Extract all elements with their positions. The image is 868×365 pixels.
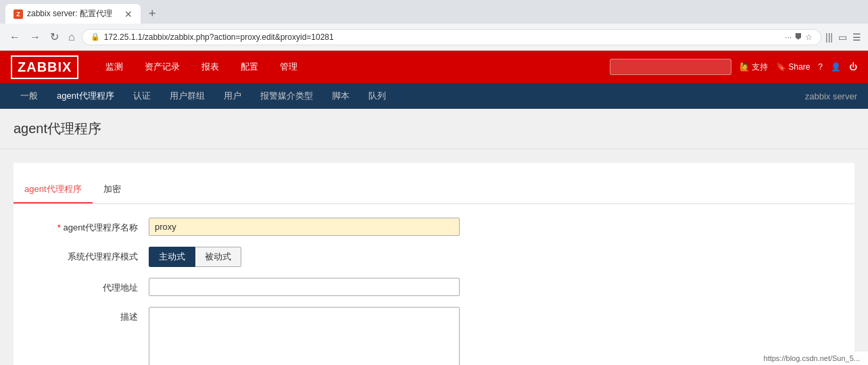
options-icon[interactable]: ···	[785, 32, 792, 42]
footer-url: https://blog.csdn.net/Sun_5...	[756, 351, 868, 365]
tab-encryption[interactable]: 加密	[93, 176, 132, 203]
proxy-address-label: 代理地址	[27, 278, 149, 294]
new-tab-button[interactable]: +	[143, 4, 162, 24]
mode-buttons: 主动式 被动式	[149, 247, 460, 267]
back-button[interactable]: ←	[7, 28, 23, 46]
address-actions: ··· ⛊ ☆	[785, 32, 813, 42]
mode-passive-button[interactable]: 被动式	[195, 247, 241, 267]
nav-item-reports[interactable]: 报表	[191, 51, 230, 82]
browser-tab[interactable]: Z zabbix server: 配置代理 ✕	[5, 4, 141, 24]
sub-nav: 一般 agent代理程序 认证 用户群组 用户 报警媒介类型 脚本 队列 zab…	[0, 83, 868, 109]
description-control	[149, 307, 460, 365]
proxy-name-label: agent代理程序名称	[27, 218, 149, 234]
address-text: 172.25.1.1/zabbix/zabbix.php?action=prox…	[104, 32, 779, 42]
support-link[interactable]: 🙋 支持	[740, 62, 768, 73]
share-link[interactable]: 🔖 Share	[776, 62, 810, 72]
proxy-address-input[interactable]	[149, 278, 460, 296]
header-right: 🙋 支持 🔖 Share ? 👤 ⏻	[610, 59, 857, 75]
proxy-mode-control: 主动式 被动式	[149, 247, 460, 267]
sidebar-icon[interactable]: ▭	[838, 32, 847, 43]
user-icon[interactable]: 👤	[831, 62, 841, 72]
page-title: agent代理程序	[0, 109, 868, 149]
nav-item-monitor[interactable]: 监测	[95, 51, 134, 82]
home-button[interactable]: ⌂	[66, 28, 78, 46]
pocket-icon[interactable]: ⛊	[794, 32, 802, 42]
sub-nav-users[interactable]: 用户	[214, 83, 251, 109]
sub-nav-agent[interactable]: agent代理程序	[47, 83, 124, 109]
sub-nav-general[interactable]: 一般	[11, 83, 47, 109]
mode-active-button[interactable]: 主动式	[149, 247, 195, 267]
proxy-address-row: 代理地址	[14, 278, 854, 296]
proxy-name-row: agent代理程序名称	[14, 218, 854, 236]
tab-title: zabbix server: 配置代理	[27, 8, 119, 20]
forward-button[interactable]: →	[27, 28, 43, 46]
tab-agent[interactable]: agent代理程序	[14, 176, 93, 203]
sub-nav-server-label: zabbix server	[805, 84, 857, 108]
description-row: 描述	[14, 307, 854, 365]
description-textarea[interactable]	[149, 307, 460, 365]
address-bar[interactable]: 🔒 172.25.1.1/zabbix/zabbix.php?action=pr…	[82, 29, 821, 45]
sub-nav-auth[interactable]: 认证	[124, 83, 160, 109]
form-container: agent代理程序 加密 agent代理程序名称 系统代理程序模式 主动式 被动…	[14, 163, 854, 365]
tab-favicon: Z	[14, 9, 23, 19]
bookmarks-icon[interactable]: |||	[825, 32, 833, 43]
app-logo: ZABBIX	[11, 55, 78, 79]
logout-icon[interactable]: ⏻	[849, 62, 857, 72]
menu-icon[interactable]: ☰	[852, 32, 861, 43]
proxy-name-control	[149, 218, 460, 236]
main-nav: 监测 资产记录 报表 配置 管理	[95, 51, 308, 82]
proxy-name-input[interactable]	[149, 218, 460, 236]
search-input[interactable]	[610, 59, 731, 75]
browser-actions: ||| ▭ ☰	[825, 32, 861, 43]
tab-close-button[interactable]: ✕	[124, 9, 132, 20]
nav-item-config[interactable]: 配置	[230, 51, 269, 82]
content-area: agent代理程序 加密 agent代理程序名称 系统代理程序模式 主动式 被动…	[0, 149, 868, 365]
header-actions: 🙋 支持 🔖 Share ? 👤 ⏻	[740, 62, 857, 73]
sub-nav-scripts[interactable]: 脚本	[322, 83, 359, 109]
description-label: 描述	[27, 307, 149, 323]
sub-nav-usergroups[interactable]: 用户群组	[160, 83, 214, 109]
sub-nav-left: 一般 agent代理程序 认证 用户群组 用户 报警媒介类型 脚本 队列	[11, 83, 395, 109]
proxy-mode-row: 系统代理程序模式 主动式 被动式	[14, 247, 854, 267]
form-tabs: agent代理程序 加密	[14, 176, 854, 204]
sub-nav-queue[interactable]: 队列	[359, 83, 395, 109]
proxy-address-control	[149, 278, 460, 296]
help-icon[interactable]: ?	[818, 62, 823, 72]
nav-item-admin[interactable]: 管理	[269, 51, 308, 82]
sub-nav-mediatypes[interactable]: 报警媒介类型	[251, 83, 322, 109]
security-icon: 🔒	[91, 32, 100, 41]
proxy-mode-label: 系统代理程序模式	[27, 247, 149, 263]
nav-item-assets[interactable]: 资产记录	[134, 51, 191, 82]
refresh-button[interactable]: ↻	[47, 28, 62, 46]
bookmark-icon[interactable]: ☆	[805, 32, 813, 42]
